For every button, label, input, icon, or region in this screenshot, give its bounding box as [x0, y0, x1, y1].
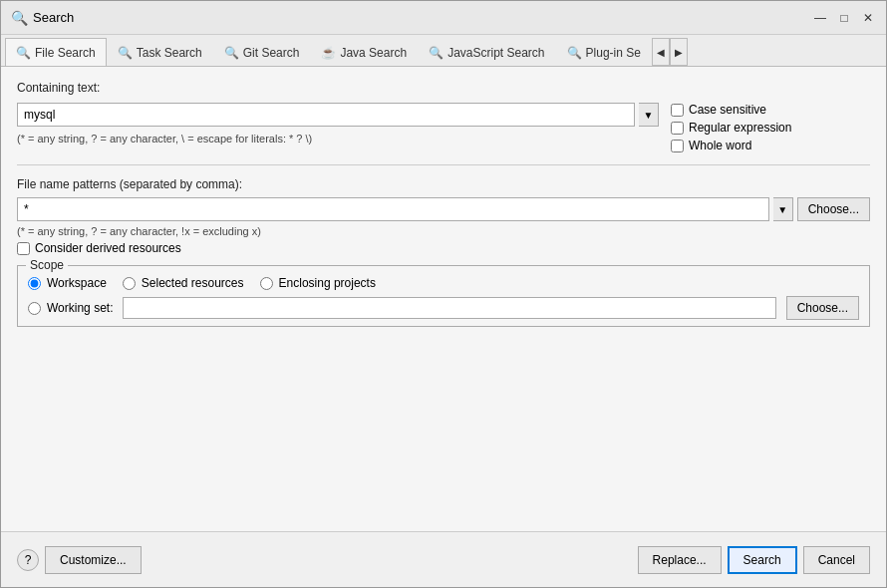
cancel-button[interactable]: Cancel	[803, 546, 870, 574]
tab-git-search-label: Git Search	[243, 46, 300, 60]
workspace-radio-row: Workspace	[28, 276, 107, 290]
maximize-button[interactable]: □	[836, 10, 852, 26]
close-button[interactable]: ✕	[860, 10, 876, 26]
tab-git-search[interactable]: 🔍 Git Search	[213, 38, 311, 66]
title-bar-left: 🔍 Search	[11, 10, 74, 26]
title-bar-controls: ― □ ✕	[812, 10, 876, 26]
customize-button[interactable]: Customize...	[45, 546, 142, 574]
tab-java-search[interactable]: ☕ Java Search	[310, 38, 418, 66]
scope-radios: Workspace Selected resources Enclosing p…	[28, 272, 859, 320]
enclosing-projects-label: Enclosing projects	[279, 276, 376, 290]
task-search-tab-icon: 🔍	[118, 46, 133, 60]
top-section: Containing text: ▼ (* = any string, ? = …	[17, 81, 870, 152]
search-button[interactable]: Search	[728, 546, 797, 574]
minimize-button[interactable]: ―	[812, 10, 828, 26]
tab-task-search[interactable]: 🔍 Task Search	[107, 38, 213, 66]
git-search-tab-icon: 🔍	[224, 46, 239, 60]
containing-text-row: ▼	[17, 103, 659, 127]
workspace-label: Workspace	[47, 276, 107, 290]
left-panel: Containing text: ▼ (* = any string, ? = …	[17, 81, 659, 152]
scope-row-1: Workspace Selected resources Enclosing p…	[28, 276, 859, 290]
consider-derived-row: Consider derived resources	[17, 241, 870, 255]
search-dialog: 🔍 Search ― □ ✕ 🔍 File Search 🔍 Task Sear…	[0, 0, 887, 588]
tab-task-search-label: Task Search	[137, 46, 202, 60]
main-content: Containing text: ▼ (* = any string, ? = …	[1, 67, 886, 531]
tab-file-search[interactable]: 🔍 File Search	[5, 38, 107, 66]
tab-forward-button[interactable]: ▶	[670, 38, 688, 66]
replace-button[interactable]: Replace...	[638, 546, 722, 574]
bottom-left: ? Customize...	[17, 546, 142, 574]
selected-resources-radio[interactable]	[123, 277, 136, 290]
file-patterns-hint: (* = any string, ? = any character, !x =…	[17, 225, 870, 237]
plugin-search-tab-icon: 🔍	[567, 46, 582, 60]
case-sensitive-label: Case sensitive	[689, 103, 766, 117]
file-patterns-choose-button[interactable]: Choose...	[797, 197, 870, 221]
whole-word-checkbox[interactable]	[671, 140, 684, 152]
java-search-tab-icon: ☕	[321, 46, 336, 60]
divider-1	[17, 164, 870, 165]
enclosing-projects-radio[interactable]	[260, 277, 273, 290]
selected-resources-radio-row: Selected resources	[123, 276, 244, 290]
help-button[interactable]: ?	[17, 549, 39, 571]
file-patterns-section: File name patterns (separated by comma):…	[17, 177, 870, 255]
consider-derived-checkbox[interactable]	[17, 242, 30, 255]
right-panel: Case sensitive Regular expression Whole …	[671, 81, 870, 152]
tab-back-button[interactable]: ◀	[652, 38, 670, 66]
scope-legend: Scope	[26, 258, 68, 272]
tab-file-search-label: File Search	[35, 46, 96, 60]
tab-js-search[interactable]: 🔍 JavaScript Search	[418, 38, 555, 66]
tab-js-search-label: JavaScript Search	[447, 46, 544, 60]
tab-bar: 🔍 File Search 🔍 Task Search 🔍 Git Search…	[1, 35, 886, 67]
tab-plugin-search[interactable]: 🔍 Plug-in Se	[556, 38, 652, 66]
file-patterns-input[interactable]	[17, 197, 769, 221]
regular-expression-label: Regular expression	[689, 121, 791, 135]
bottom-right: Replace... Search Cancel	[638, 546, 870, 574]
file-search-tab-icon: 🔍	[16, 46, 31, 60]
containing-text-label: Containing text:	[17, 81, 659, 95]
search-icon: 🔍	[11, 10, 27, 26]
case-sensitive-checkbox[interactable]	[671, 104, 684, 117]
tab-java-search-label: Java Search	[340, 46, 407, 60]
working-set-choose-button[interactable]: Choose...	[786, 296, 859, 320]
whole-word-label: Whole word	[689, 139, 751, 152]
bottom-bar: ? Customize... Replace... Search Cancel	[1, 531, 886, 587]
working-set-row: Working set: Choose...	[28, 296, 859, 320]
file-patterns-row: ▼ Choose...	[17, 197, 870, 221]
working-set-input[interactable]	[123, 297, 775, 319]
consider-derived-label: Consider derived resources	[35, 241, 181, 255]
title-bar: 🔍 Search ― □ ✕	[1, 1, 886, 35]
regular-expression-row: Regular expression	[671, 121, 870, 135]
containing-text-hint: (* = any string, ? = any character, \ = …	[17, 133, 659, 145]
working-set-label: Working set:	[47, 301, 113, 315]
whole-word-row: Whole word	[671, 139, 870, 152]
scope-group: Scope Workspace Selected resources Enclo…	[17, 265, 870, 327]
file-patterns-dropdown[interactable]: ▼	[773, 197, 793, 221]
containing-text-input[interactable]	[17, 103, 635, 127]
case-sensitive-row: Case sensitive	[671, 103, 870, 117]
selected-resources-label: Selected resources	[142, 276, 244, 290]
workspace-radio[interactable]	[28, 277, 41, 290]
file-patterns-label: File name patterns (separated by comma):	[17, 177, 870, 191]
enclosing-projects-radio-row: Enclosing projects	[260, 276, 376, 290]
working-set-radio[interactable]	[28, 302, 41, 315]
tab-plugin-search-label: Plug-in Se	[586, 46, 641, 60]
containing-text-dropdown[interactable]: ▼	[639, 103, 659, 127]
dialog-title: Search	[33, 10, 74, 25]
regular-expression-checkbox[interactable]	[671, 122, 684, 135]
js-search-tab-icon: 🔍	[429, 46, 444, 60]
